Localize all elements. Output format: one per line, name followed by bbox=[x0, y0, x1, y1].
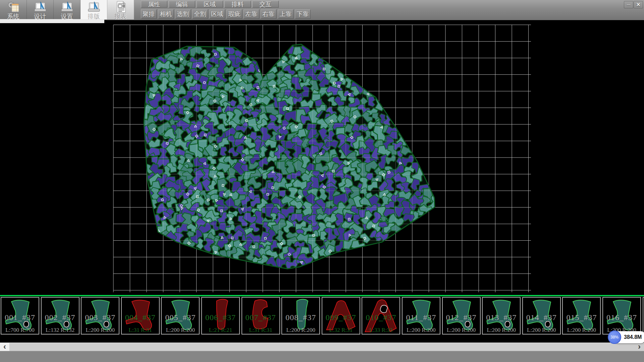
piece-thumbnail-008_#37[interactable]: 008_#37L:200 R:200 bbox=[281, 297, 320, 335]
piece-thumbnail-016_#37[interactable]: 016_#37L:200 R:200 bbox=[602, 297, 641, 335]
titlebar: 系统设计设置排版报表 属性编辑区域排料交互 聚排相机选割全割区域瑕疵左靠右靠上靠… bbox=[0, 0, 644, 20]
minimize-button[interactable]: ─ bbox=[624, 1, 633, 8]
piece-id-label: 005_#37 bbox=[162, 313, 199, 322]
tool-button-6[interactable]: 左靠 bbox=[244, 9, 259, 19]
menu-tab-0[interactable]: 属性 bbox=[141, 1, 167, 8]
piece-lr-label: L:200 R:200 bbox=[443, 327, 480, 334]
piece-lr-label: L:31 R:31 bbox=[242, 327, 279, 334]
piece-thumbnail-strip: 001_#37L:700 R:700002_#37L:132 R:132003_… bbox=[0, 295, 644, 343]
piece-thumbnail-001_#37[interactable]: 001_#37L:700 R:700 bbox=[1, 297, 39, 335]
piece-id-label: 016_#37 bbox=[603, 313, 640, 322]
piece-thumbnail-017_#37[interactable]: 017_#37L:200 R:200 bbox=[643, 297, 644, 335]
piece-lr-label: L:200 R:200 bbox=[402, 327, 440, 334]
piece-id-label: 006_#37 bbox=[202, 313, 239, 322]
piece-thumbnail-005_#37[interactable]: 005_#37L:200 R:200 bbox=[161, 297, 200, 335]
app-button-label: 报表 bbox=[107, 13, 134, 19]
piece-lr-label: L:200 R:200 bbox=[563, 327, 600, 334]
tool-button-1[interactable]: 相机 bbox=[158, 9, 174, 19]
app-button-label: 系统 bbox=[0, 13, 26, 19]
piece-id-label: 002_#37 bbox=[42, 313, 79, 322]
tool-button-0[interactable]: 聚排 bbox=[141, 9, 157, 19]
piece-id-label: 007_#37 bbox=[242, 313, 279, 322]
tool-button-2[interactable]: 选割 bbox=[175, 9, 191, 19]
piece-thumbnail-013_#37[interactable]: 013_#37L:200 R:200 bbox=[482, 297, 521, 335]
tool-button-9[interactable]: 下靠 bbox=[295, 9, 311, 19]
nesting-ruler-icon bbox=[80, 1, 107, 13]
taskbar bbox=[0, 351, 644, 362]
piece-lr-label: L:21 R:21 bbox=[202, 327, 239, 334]
piece-lr-label: L:33 R:33 bbox=[362, 327, 399, 334]
piece-thumbnail-007_#37[interactable]: 007_#37L:31 R:31 bbox=[241, 297, 280, 335]
piece-lr-label: L:200 R:200 bbox=[82, 327, 119, 334]
app-button-label: 设计 bbox=[27, 13, 53, 19]
piece-thumbnail-014_#37[interactable]: 014_#37L:200 R:200 bbox=[522, 297, 561, 335]
tool-button-8[interactable]: 上靠 bbox=[278, 9, 293, 19]
piece-lr-label: L:200 R:200 bbox=[162, 327, 199, 334]
nesting-canvas-svg bbox=[0, 20, 644, 295]
piece-id-label: 004_#37 bbox=[122, 313, 159, 322]
report-doc-icon bbox=[107, 1, 134, 13]
system-gear-icon bbox=[0, 1, 26, 13]
app-button-nesting-ruler[interactable]: 排版 bbox=[80, 0, 107, 19]
tool-button-5[interactable]: 瑕疵 bbox=[226, 9, 242, 19]
piece-id-label: 011_#37 bbox=[402, 313, 440, 322]
piece-thumbnail-015_#37[interactable]: 015_#37L:200 R:200 bbox=[562, 297, 601, 335]
app-button-system-gear[interactable]: 系统 bbox=[0, 0, 27, 19]
piece-lr-label: L:132 R:132 bbox=[42, 327, 79, 334]
app-button-label: 排版 bbox=[80, 13, 107, 19]
design-ruler-icon bbox=[27, 1, 53, 13]
app-button-settings-ruler[interactable]: 设置 bbox=[54, 0, 80, 19]
close-button[interactable]: ✕ bbox=[634, 1, 643, 8]
menu-tab-3[interactable]: 排料 bbox=[224, 1, 251, 8]
settings-ruler-icon bbox=[54, 1, 80, 13]
piece-id-label: 015_#37 bbox=[563, 313, 600, 322]
piece-thumbnail-003_#37[interactable]: 003_#37L:200 R:200 bbox=[81, 297, 119, 335]
piece-id-label: 009_#37 bbox=[322, 313, 360, 322]
piece-thumbnail-004_#37[interactable]: 004_#37L:31 R:31 bbox=[121, 297, 160, 335]
app-button-design-ruler[interactable]: 设计 bbox=[27, 0, 54, 19]
piece-lr-label: L:200 R:200 bbox=[282, 327, 319, 334]
percent-badge: 38% bbox=[608, 330, 621, 344]
piece-lr-label: L:700 R:700 bbox=[1, 327, 39, 334]
menu-tab-2[interactable]: 区域 bbox=[197, 1, 223, 8]
app-button-report-doc[interactable]: 报表 bbox=[107, 0, 134, 19]
piece-id-label: 013_#37 bbox=[483, 313, 520, 322]
piece-lr-label: L:32 R:31 bbox=[322, 327, 360, 334]
piece-id-label: 010_#37 bbox=[362, 313, 399, 322]
tool-button-3[interactable]: 全割 bbox=[192, 9, 208, 19]
piece-lr-label: L:31 R:31 bbox=[122, 327, 159, 334]
piece-thumbnail-012_#37[interactable]: 012_#37L:200 R:200 bbox=[442, 297, 481, 335]
panel-edge bbox=[0, 19, 104, 23]
piece-thumbnail-002_#37[interactable]: 002_#37L:132 R:132 bbox=[41, 297, 79, 335]
strip-divider-line bbox=[0, 295, 644, 296]
piece-id-label: 003_#37 bbox=[82, 313, 119, 322]
menu-tab-4[interactable]: 交互 bbox=[252, 1, 279, 8]
tool-button-4[interactable]: 区域 bbox=[209, 9, 225, 19]
piece-id-label: 012_#37 bbox=[443, 313, 480, 322]
nesting-canvas[interactable] bbox=[0, 20, 644, 295]
piece-thumbnail-010_#37[interactable]: 010_#37L:33 R:33 bbox=[362, 297, 400, 335]
piece-thumbnail-009_#37[interactable]: 009_#37L:32 R:31 bbox=[322, 297, 360, 335]
piece-id-label: 014_#37 bbox=[523, 313, 560, 322]
piece-lr-label: L:200 R:200 bbox=[483, 327, 520, 334]
scroll-left-arrow-icon[interactable]: ‹ bbox=[0, 343, 9, 351]
piece-id-label: 001_#37 bbox=[1, 313, 39, 322]
scroll-right-arrow-icon[interactable]: › bbox=[635, 343, 644, 351]
app-button-label: 设置 bbox=[54, 13, 80, 19]
piece-lr-label: L:200 R:200 bbox=[523, 327, 560, 334]
tool-button-7[interactable]: 右靠 bbox=[261, 9, 276, 19]
horizontal-scrollbar[interactable]: ‹ › bbox=[0, 343, 644, 351]
piece-id-label: 008_#37 bbox=[282, 313, 319, 322]
piece-thumbnail-011_#37[interactable]: 011_#37L:200 R:200 bbox=[402, 297, 440, 335]
menu-tab-1[interactable]: 编辑 bbox=[169, 1, 195, 8]
piece-thumbnail-006_#37[interactable]: 006_#37L:21 R:21 bbox=[201, 297, 240, 335]
